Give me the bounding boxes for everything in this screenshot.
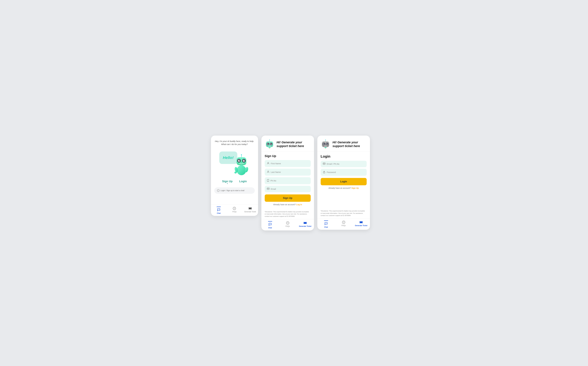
active-indicator-2 bbox=[268, 221, 272, 221]
signup-button[interactable]: Sign Up bbox=[265, 194, 311, 202]
first-name-field[interactable] bbox=[265, 160, 311, 167]
phone-input[interactable] bbox=[271, 179, 308, 182]
disclaimer-text: *Disclaimer: This experimental AI chatbo… bbox=[261, 211, 314, 219]
svg-point-1 bbox=[241, 154, 242, 155]
svg-point-18 bbox=[219, 209, 219, 210]
chat-icon-2 bbox=[268, 223, 272, 226]
already-account-text-3: Already have an account? Sign Up bbox=[321, 187, 367, 189]
welcome-content: Hey, I'm your AI buddy here, ready to he… bbox=[211, 136, 258, 205]
nav-item-faqs-3[interactable]: ? FAQs bbox=[335, 220, 352, 229]
svg-point-38 bbox=[267, 171, 269, 172]
signup-tab[interactable]: Sign Up bbox=[222, 180, 233, 183]
svg-rect-70 bbox=[359, 221, 363, 223]
nav-item-generate-ticket-2[interactable]: Generate Ticket bbox=[297, 221, 314, 229]
email-ph-field[interactable] bbox=[321, 161, 367, 167]
faqs-label-3: FAQs bbox=[342, 225, 346, 227]
generate-ticket-label: Generate Ticket bbox=[244, 211, 256, 213]
svg-marker-36 bbox=[269, 148, 270, 149]
svg-point-10 bbox=[244, 160, 245, 160]
chat-label-3: Chat bbox=[324, 226, 328, 228]
robot-header-svg bbox=[265, 139, 275, 150]
svg-point-31 bbox=[268, 143, 268, 144]
email-ph-input[interactable] bbox=[327, 163, 364, 165]
screens-container: Hey, I'm your AI buddy here, ready to he… bbox=[211, 136, 377, 231]
svg-point-33 bbox=[268, 143, 268, 144]
screen-login: Hi! Generate your support ticket here Lo… bbox=[317, 136, 370, 230]
email-input[interactable] bbox=[271, 188, 308, 190]
svg-point-44 bbox=[271, 224, 271, 224]
screen-signup: Hi! Generate your support ticket here Si… bbox=[261, 136, 314, 231]
password-input[interactable] bbox=[327, 171, 364, 173]
hello-text: Hello! bbox=[223, 155, 234, 160]
login-tab[interactable]: Login bbox=[239, 180, 247, 183]
svg-point-9 bbox=[239, 160, 240, 160]
password-icon bbox=[323, 171, 325, 174]
active-indicator-3 bbox=[324, 221, 328, 221]
robot-icon-signup bbox=[265, 139, 275, 149]
generate-ticket-icon-2 bbox=[303, 221, 307, 225]
robot-header-svg-login bbox=[321, 139, 330, 150]
login-prompt[interactable]: i Login / Sign up to start a chat! bbox=[214, 187, 255, 194]
svg-point-17 bbox=[219, 209, 219, 210]
svg-text:?: ? bbox=[343, 221, 344, 223]
signup-header-title: Hi! Generate your support ticket here bbox=[277, 141, 311, 148]
nav-item-chat-2[interactable]: Chat bbox=[261, 221, 279, 229]
robot-body bbox=[233, 154, 250, 176]
bottom-nav: Chat ? FAQs bbox=[211, 205, 258, 216]
svg-point-59 bbox=[324, 143, 324, 144]
faqs-icon: ? bbox=[233, 207, 236, 210]
svg-point-67 bbox=[327, 223, 327, 223]
login-prompt-text: Login / Sign up to start a chat! bbox=[221, 190, 245, 191]
last-name-input[interactable] bbox=[271, 171, 308, 173]
screen-welcome: Hey, I'm your AI buddy here, ready to he… bbox=[211, 136, 258, 216]
svg-point-40 bbox=[268, 181, 268, 181]
log-in-link[interactable]: Log in bbox=[296, 203, 302, 206]
chat-label-2: Chat bbox=[268, 227, 272, 229]
svg-point-43 bbox=[270, 224, 270, 224]
phone-icon bbox=[267, 179, 269, 182]
email-icon bbox=[267, 188, 269, 190]
nav-item-chat[interactable]: Chat bbox=[211, 206, 227, 215]
signup-form-title: Sign Up bbox=[265, 154, 311, 158]
chat-icon-3 bbox=[324, 222, 328, 226]
disclaimer-text-3: *Disclaimer: This experimental AI chatbo… bbox=[317, 210, 370, 218]
svg-point-12 bbox=[237, 165, 246, 175]
info-icon: i bbox=[217, 189, 220, 192]
faqs-icon-2: ? bbox=[286, 221, 290, 225]
faqs-label: FAQs bbox=[232, 211, 237, 213]
nav-item-faqs-2[interactable]: ? FAQs bbox=[279, 221, 297, 229]
login-header-title: Hi! Generate your support ticket here bbox=[333, 141, 367, 148]
first-name-input[interactable] bbox=[271, 162, 308, 165]
svg-rect-47 bbox=[304, 222, 307, 224]
sign-up-link[interactable]: Sign Up bbox=[351, 187, 359, 189]
svg-rect-61 bbox=[325, 147, 327, 148]
signup-form: Sign Up bbox=[261, 152, 314, 211]
auth-tabs: Sign Up Login bbox=[222, 180, 247, 183]
signup-header: Hi! Generate your support ticket here bbox=[261, 136, 314, 152]
robot-svg bbox=[233, 154, 250, 176]
nav-item-faqs[interactable]: ? FAQs bbox=[227, 206, 242, 215]
generate-ticket-icon bbox=[248, 207, 252, 210]
nav-item-generate-ticket[interactable]: Generate Ticket bbox=[242, 206, 258, 215]
email-field[interactable] bbox=[265, 186, 311, 192]
email-ph-icon bbox=[323, 163, 325, 165]
login-form-title: Login bbox=[321, 154, 367, 159]
login-button[interactable]: Login bbox=[321, 178, 367, 185]
bottom-nav-2: Chat ? FAQs bbox=[261, 219, 314, 230]
svg-point-37 bbox=[267, 162, 269, 163]
password-field[interactable] bbox=[321, 169, 367, 176]
nav-item-chat-3[interactable]: Chat bbox=[317, 220, 335, 229]
svg-point-42 bbox=[269, 224, 270, 224]
person-icon-2 bbox=[267, 171, 269, 174]
phone-field[interactable] bbox=[265, 177, 311, 184]
robot-icon-login bbox=[321, 139, 330, 149]
svg-point-66 bbox=[326, 223, 326, 223]
generate-ticket-label-2: Generate Ticket bbox=[299, 225, 311, 227]
nav-item-generate-ticket-3[interactable]: Generate Ticket bbox=[352, 220, 370, 229]
svg-point-32 bbox=[271, 143, 272, 144]
generate-ticket-label-3: Generate Ticket bbox=[355, 225, 367, 227]
svg-text:?: ? bbox=[287, 222, 288, 224]
svg-marker-62 bbox=[325, 148, 326, 149]
svg-rect-21 bbox=[249, 207, 252, 209]
last-name-field[interactable] bbox=[265, 169, 311, 175]
